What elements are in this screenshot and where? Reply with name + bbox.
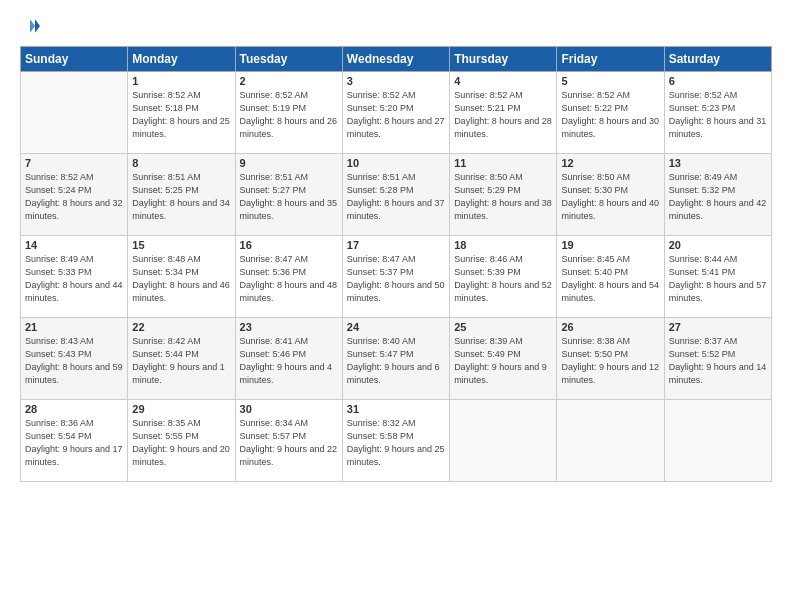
day-number: 14	[25, 239, 123, 251]
day-number: 4	[454, 75, 552, 87]
day-cell: 15Sunrise: 8:48 AMSunset: 5:34 PMDayligh…	[128, 236, 235, 318]
day-info: Sunrise: 8:52 AMSunset: 5:20 PMDaylight:…	[347, 89, 445, 141]
day-cell: 13Sunrise: 8:49 AMSunset: 5:32 PMDayligh…	[664, 154, 771, 236]
weekday-header-saturday: Saturday	[664, 47, 771, 72]
day-cell: 30Sunrise: 8:34 AMSunset: 5:57 PMDayligh…	[235, 400, 342, 482]
day-number: 16	[240, 239, 338, 251]
day-cell: 7Sunrise: 8:52 AMSunset: 5:24 PMDaylight…	[21, 154, 128, 236]
page: SundayMondayTuesdayWednesdayThursdayFrid…	[0, 0, 792, 612]
day-info: Sunrise: 8:52 AMSunset: 5:21 PMDaylight:…	[454, 89, 552, 141]
weekday-header-tuesday: Tuesday	[235, 47, 342, 72]
day-cell: 19Sunrise: 8:45 AMSunset: 5:40 PMDayligh…	[557, 236, 664, 318]
day-number: 13	[669, 157, 767, 169]
day-info: Sunrise: 8:51 AMSunset: 5:25 PMDaylight:…	[132, 171, 230, 223]
week-row-5: 28Sunrise: 8:36 AMSunset: 5:54 PMDayligh…	[21, 400, 772, 482]
day-number: 22	[132, 321, 230, 333]
day-info: Sunrise: 8:51 AMSunset: 5:28 PMDaylight:…	[347, 171, 445, 223]
day-cell: 20Sunrise: 8:44 AMSunset: 5:41 PMDayligh…	[664, 236, 771, 318]
day-number: 31	[347, 403, 445, 415]
header	[20, 16, 772, 36]
day-number: 12	[561, 157, 659, 169]
day-number: 30	[240, 403, 338, 415]
day-cell: 12Sunrise: 8:50 AMSunset: 5:30 PMDayligh…	[557, 154, 664, 236]
day-number: 26	[561, 321, 659, 333]
day-info: Sunrise: 8:37 AMSunset: 5:52 PMDaylight:…	[669, 335, 767, 387]
day-number: 25	[454, 321, 552, 333]
svg-marker-1	[30, 19, 35, 32]
day-info: Sunrise: 8:43 AMSunset: 5:43 PMDaylight:…	[25, 335, 123, 387]
day-info: Sunrise: 8:52 AMSunset: 5:22 PMDaylight:…	[561, 89, 659, 141]
day-cell: 25Sunrise: 8:39 AMSunset: 5:49 PMDayligh…	[450, 318, 557, 400]
day-cell: 18Sunrise: 8:46 AMSunset: 5:39 PMDayligh…	[450, 236, 557, 318]
day-cell: 22Sunrise: 8:42 AMSunset: 5:44 PMDayligh…	[128, 318, 235, 400]
logo-icon	[20, 16, 40, 36]
day-number: 8	[132, 157, 230, 169]
day-info: Sunrise: 8:40 AMSunset: 5:47 PMDaylight:…	[347, 335, 445, 387]
day-cell: 27Sunrise: 8:37 AMSunset: 5:52 PMDayligh…	[664, 318, 771, 400]
day-cell: 23Sunrise: 8:41 AMSunset: 5:46 PMDayligh…	[235, 318, 342, 400]
day-info: Sunrise: 8:46 AMSunset: 5:39 PMDaylight:…	[454, 253, 552, 305]
day-cell	[21, 72, 128, 154]
day-info: Sunrise: 8:35 AMSunset: 5:55 PMDaylight:…	[132, 417, 230, 469]
day-number: 6	[669, 75, 767, 87]
day-number: 21	[25, 321, 123, 333]
day-cell: 9Sunrise: 8:51 AMSunset: 5:27 PMDaylight…	[235, 154, 342, 236]
day-info: Sunrise: 8:52 AMSunset: 5:19 PMDaylight:…	[240, 89, 338, 141]
day-cell	[557, 400, 664, 482]
day-cell: 4Sunrise: 8:52 AMSunset: 5:21 PMDaylight…	[450, 72, 557, 154]
day-info: Sunrise: 8:49 AMSunset: 5:33 PMDaylight:…	[25, 253, 123, 305]
day-info: Sunrise: 8:36 AMSunset: 5:54 PMDaylight:…	[25, 417, 123, 469]
day-cell: 6Sunrise: 8:52 AMSunset: 5:23 PMDaylight…	[664, 72, 771, 154]
day-number: 24	[347, 321, 445, 333]
day-cell: 3Sunrise: 8:52 AMSunset: 5:20 PMDaylight…	[342, 72, 449, 154]
svg-marker-0	[35, 19, 40, 32]
day-cell: 8Sunrise: 8:51 AMSunset: 5:25 PMDaylight…	[128, 154, 235, 236]
day-number: 10	[347, 157, 445, 169]
day-cell: 10Sunrise: 8:51 AMSunset: 5:28 PMDayligh…	[342, 154, 449, 236]
day-info: Sunrise: 8:41 AMSunset: 5:46 PMDaylight:…	[240, 335, 338, 387]
day-info: Sunrise: 8:51 AMSunset: 5:27 PMDaylight:…	[240, 171, 338, 223]
weekday-header-thursday: Thursday	[450, 47, 557, 72]
day-number: 1	[132, 75, 230, 87]
day-number: 9	[240, 157, 338, 169]
calendar-table: SundayMondayTuesdayWednesdayThursdayFrid…	[20, 46, 772, 482]
day-number: 3	[347, 75, 445, 87]
day-number: 17	[347, 239, 445, 251]
week-row-1: 1Sunrise: 8:52 AMSunset: 5:18 PMDaylight…	[21, 72, 772, 154]
day-number: 23	[240, 321, 338, 333]
day-info: Sunrise: 8:38 AMSunset: 5:50 PMDaylight:…	[561, 335, 659, 387]
day-number: 5	[561, 75, 659, 87]
day-info: Sunrise: 8:52 AMSunset: 5:18 PMDaylight:…	[132, 89, 230, 141]
week-row-4: 21Sunrise: 8:43 AMSunset: 5:43 PMDayligh…	[21, 318, 772, 400]
day-info: Sunrise: 8:32 AMSunset: 5:58 PMDaylight:…	[347, 417, 445, 469]
weekday-header-monday: Monday	[128, 47, 235, 72]
day-info: Sunrise: 8:48 AMSunset: 5:34 PMDaylight:…	[132, 253, 230, 305]
day-number: 28	[25, 403, 123, 415]
day-cell: 17Sunrise: 8:47 AMSunset: 5:37 PMDayligh…	[342, 236, 449, 318]
day-number: 11	[454, 157, 552, 169]
day-cell	[664, 400, 771, 482]
weekday-header-wednesday: Wednesday	[342, 47, 449, 72]
day-info: Sunrise: 8:49 AMSunset: 5:32 PMDaylight:…	[669, 171, 767, 223]
day-number: 29	[132, 403, 230, 415]
day-info: Sunrise: 8:50 AMSunset: 5:29 PMDaylight:…	[454, 171, 552, 223]
day-info: Sunrise: 8:34 AMSunset: 5:57 PMDaylight:…	[240, 417, 338, 469]
weekday-header-friday: Friday	[557, 47, 664, 72]
day-cell: 29Sunrise: 8:35 AMSunset: 5:55 PMDayligh…	[128, 400, 235, 482]
day-number: 27	[669, 321, 767, 333]
day-cell: 16Sunrise: 8:47 AMSunset: 5:36 PMDayligh…	[235, 236, 342, 318]
day-cell: 31Sunrise: 8:32 AMSunset: 5:58 PMDayligh…	[342, 400, 449, 482]
day-info: Sunrise: 8:44 AMSunset: 5:41 PMDaylight:…	[669, 253, 767, 305]
day-number: 20	[669, 239, 767, 251]
day-info: Sunrise: 8:52 AMSunset: 5:23 PMDaylight:…	[669, 89, 767, 141]
day-info: Sunrise: 8:52 AMSunset: 5:24 PMDaylight:…	[25, 171, 123, 223]
day-number: 18	[454, 239, 552, 251]
day-cell: 24Sunrise: 8:40 AMSunset: 5:47 PMDayligh…	[342, 318, 449, 400]
day-cell	[450, 400, 557, 482]
day-number: 7	[25, 157, 123, 169]
day-info: Sunrise: 8:47 AMSunset: 5:36 PMDaylight:…	[240, 253, 338, 305]
day-number: 15	[132, 239, 230, 251]
day-number: 19	[561, 239, 659, 251]
day-cell: 28Sunrise: 8:36 AMSunset: 5:54 PMDayligh…	[21, 400, 128, 482]
week-row-2: 7Sunrise: 8:52 AMSunset: 5:24 PMDaylight…	[21, 154, 772, 236]
